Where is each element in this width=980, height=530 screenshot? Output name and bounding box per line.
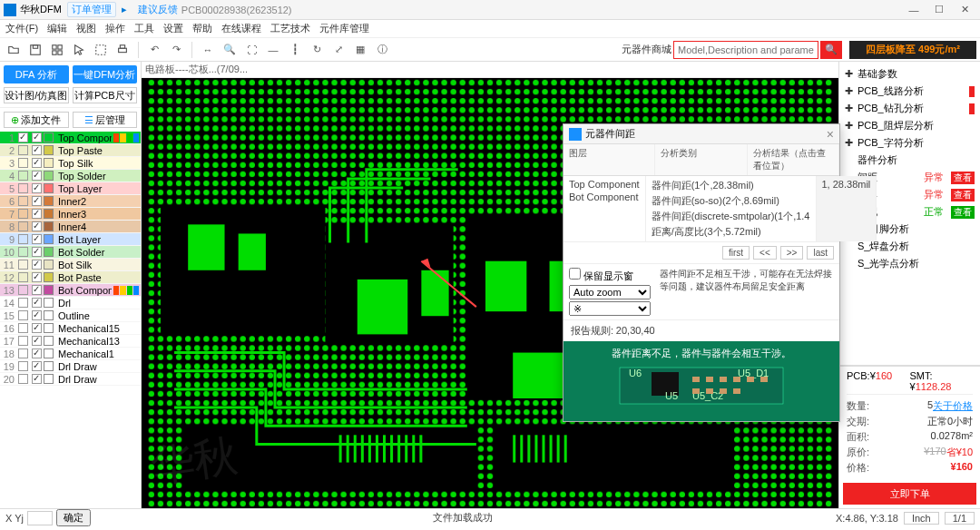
layer-row[interactable]: 5 Top Layer	[0, 182, 141, 195]
layer-check-a[interactable]	[18, 158, 28, 168]
layer-check-b[interactable]	[32, 158, 42, 168]
layer-row[interactable]: 13 Bot Component	[0, 284, 141, 297]
sim-button[interactable]: 设计图/仿真图	[4, 87, 69, 103]
layer-check-b[interactable]	[32, 310, 42, 320]
layer-check-b[interactable]	[32, 272, 42, 282]
layer-row[interactable]: 9 Bot Layer	[0, 233, 141, 246]
menu-item[interactable]: 工具	[134, 22, 154, 35]
menu-item[interactable]: 在线课程	[221, 22, 261, 35]
nav-first[interactable]: first	[722, 246, 750, 260]
analysis-group[interactable]: ✚PCB_线路分析	[839, 83, 980, 100]
popup-col-layer[interactable]: Top ComponentBot Component	[564, 176, 646, 241]
layer-check-a[interactable]	[18, 196, 28, 206]
menu-item[interactable]: 文件(F)	[5, 22, 38, 35]
popup-col-result[interactable]: 1, 28.38mil	[817, 176, 877, 241]
nav-last[interactable]: last	[807, 246, 834, 260]
layer-row[interactable]: 8 Inner4	[0, 221, 141, 233]
ruler-v-icon[interactable]: ┇	[285, 40, 305, 60]
menu-item[interactable]: 帮助	[192, 22, 212, 35]
layer-row[interactable]: 6 Inner2	[0, 195, 141, 208]
info-icon[interactable]: ⓘ	[372, 40, 392, 60]
fit-icon[interactable]: ⛶	[241, 40, 261, 60]
layer-row[interactable]: 16 Mechanical15	[0, 322, 141, 335]
page-indicator[interactable]: 1/1	[945, 512, 975, 525]
layer-check-a[interactable]	[18, 260, 28, 270]
redo-icon[interactable]: ↷	[166, 40, 186, 60]
layer-check-b[interactable]	[32, 323, 42, 333]
layer-check-b[interactable]	[32, 132, 42, 142]
unit-select[interactable]: Inch	[904, 512, 939, 525]
canvas-tab[interactable]: 电路板----芯板...(7/09...	[145, 63, 248, 76]
layer-check-a[interactable]	[18, 323, 28, 333]
layer-row[interactable]: 7 Inner3	[0, 208, 141, 221]
layer-check-a[interactable]	[18, 171, 28, 181]
tab-orders[interactable]: 订单管理	[67, 2, 116, 17]
onekey-dfm-button[interactable]: 一键DFM分析	[73, 65, 138, 83]
analysis-group[interactable]: ✚PCB_阻焊层分析	[839, 117, 980, 134]
menu-item[interactable]: 设置	[163, 22, 183, 35]
selection-icon[interactable]	[91, 40, 111, 60]
status-input[interactable]	[27, 511, 53, 525]
layer-check-a[interactable]	[18, 221, 28, 231]
expand-icon[interactable]: ⤢	[328, 40, 348, 60]
layer-row[interactable]: 17 Mechanical13	[0, 335, 141, 348]
layer-check-b[interactable]	[32, 171, 42, 181]
layer-check-b[interactable]	[32, 260, 42, 270]
menu-item[interactable]: 操作	[105, 22, 125, 35]
dfa-button[interactable]: DFA 分析	[4, 65, 69, 83]
menu-item[interactable]: 视图	[76, 22, 96, 35]
layer-check-a[interactable]	[18, 336, 28, 346]
search-button[interactable]: 🔍	[820, 41, 842, 59]
minimize-button[interactable]: —	[902, 2, 926, 18]
layer-row[interactable]: 15 Outline	[0, 309, 141, 322]
menu-item[interactable]: 编辑	[47, 22, 67, 35]
layer-check-a[interactable]	[18, 234, 28, 244]
layer-check-a[interactable]	[18, 272, 28, 282]
layer-check-b[interactable]	[32, 221, 42, 231]
layer-row[interactable]: 20 Drl Draw	[0, 373, 141, 386]
layer-check-b[interactable]	[32, 336, 42, 346]
zoom-select[interactable]: Auto zoom	[569, 285, 651, 299]
layer-check-b[interactable]	[32, 183, 42, 193]
confirm-button[interactable]: 确定	[56, 509, 91, 526]
layer-check-a[interactable]	[18, 374, 28, 384]
add-file-button[interactable]: ⊕添加文件	[4, 112, 69, 128]
undo-icon[interactable]: ↶	[144, 40, 164, 60]
analysis-sub[interactable]: 器件分析	[839, 152, 980, 169]
axis-select[interactable]: ※	[569, 301, 651, 316]
maximize-button[interactable]: ☐	[927, 2, 951, 18]
layer-manage-button[interactable]: ☰层管理	[73, 112, 138, 128]
layer-check-a[interactable]	[18, 310, 28, 320]
layer-check-b[interactable]	[32, 234, 42, 244]
layer-check-a[interactable]	[18, 145, 28, 155]
layer-check-b[interactable]	[32, 361, 42, 371]
popup-col-category[interactable]: 器件间距(1个,28.38mil)器件间距(so-so)(2个,8.69mil)…	[646, 176, 817, 241]
layer-row[interactable]: 19 Drl Draw	[0, 360, 141, 373]
menu-item[interactable]: 元件库管理	[319, 22, 369, 35]
feedback-link[interactable]: 建议反馈	[138, 3, 178, 16]
layer-row[interactable]: 4 Top Solder	[0, 170, 141, 182]
layer-row[interactable]: 2 Top Paste	[0, 144, 141, 157]
measure-icon[interactable]: ↔	[198, 40, 218, 60]
palette-icon[interactable]: ▦	[350, 40, 370, 60]
size-button[interactable]: 计算PCB尺寸	[73, 87, 138, 103]
order-button[interactable]: 立即下单	[843, 483, 976, 505]
layer-check-a[interactable]	[18, 348, 28, 358]
nav-prev[interactable]: <<	[753, 246, 777, 260]
layer-row[interactable]: 11 Bot Silk	[0, 259, 141, 271]
menu-item[interactable]: 工艺技术	[270, 22, 310, 35]
layer-row[interactable]: 1 Top Component	[0, 132, 141, 144]
layer-check-b[interactable]	[32, 285, 42, 295]
analysis-group[interactable]: ✚PCB_字符分析	[839, 134, 980, 152]
layer-check-b[interactable]	[32, 145, 42, 155]
analysis-group[interactable]: ✚PCB_钻孔分析	[839, 100, 980, 117]
grid-icon[interactable]	[47, 40, 67, 60]
refresh-icon[interactable]: ↻	[307, 40, 327, 60]
layer-check-b[interactable]	[32, 196, 42, 206]
layer-check-b[interactable]	[32, 209, 42, 219]
layer-check-b[interactable]	[32, 348, 42, 358]
layer-row[interactable]: 18 Mechanical1	[0, 348, 141, 360]
layer-row[interactable]: 12 Bot Paste	[0, 271, 141, 284]
analysis-sub[interactable]: S_光学点分析	[839, 255, 980, 272]
analysis-group[interactable]: ✚基础参数	[839, 65, 980, 83]
